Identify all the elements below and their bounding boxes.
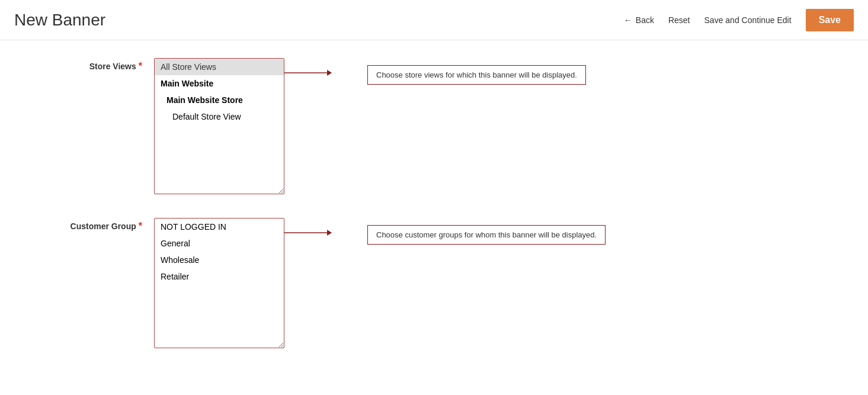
save-button[interactable]: Save — [806, 9, 854, 31]
header-actions: ← Back Reset Save and Continue Edit Save — [624, 9, 854, 31]
store-views-option-all[interactable]: All Store Views — [155, 59, 284, 75]
page-content: Store Views * All Store Views Main Websi… — [0, 40, 868, 395]
customer-group-row: Customer Group * NOT LOGGED IN General W… — [24, 218, 844, 348]
back-label: Back — [636, 15, 654, 25]
store-views-arrow-svg — [284, 64, 332, 82]
customer-group-label-text: Customer Group — [71, 221, 136, 231]
customer-group-control-wrap: NOT LOGGED IN General Wholesale Retailer… — [154, 218, 606, 348]
store-views-option-main-website[interactable]: Main Website — [155, 75, 284, 92]
customer-group-option-not-logged-in[interactable]: NOT LOGGED IN — [155, 219, 284, 235]
customer-group-tooltip-text: Choose customer groups for whom this ban… — [376, 230, 597, 239]
svg-marker-3 — [327, 230, 332, 236]
customer-group-tooltip-container: Choose customer groups for whom this ban… — [284, 223, 606, 245]
store-views-tooltip-container: Choose store views for which this banner… — [284, 63, 586, 85]
store-views-option-main-website-store[interactable]: Main Website Store — [155, 92, 284, 108]
page-title: New Banner — [14, 11, 624, 30]
store-views-tooltip: Choose store views for which this banner… — [367, 65, 586, 85]
store-views-label: Store Views * — [24, 58, 154, 71]
save-continue-button[interactable]: Save and Continue Edit — [704, 15, 792, 25]
customer-group-option-retailer[interactable]: Retailer — [155, 268, 284, 285]
page-header: New Banner ← Back Reset Save and Continu… — [0, 0, 868, 40]
customer-group-required: * — [139, 221, 142, 231]
store-views-control-wrap: All Store Views Main Website Main Websit… — [154, 58, 586, 194]
customer-group-arrow-svg — [284, 224, 332, 242]
store-views-select[interactable]: All Store Views Main Website Main Websit… — [154, 58, 284, 194]
store-views-row: Store Views * All Store Views Main Websi… — [24, 58, 844, 194]
customer-group-option-general[interactable]: General — [155, 235, 284, 252]
svg-marker-1 — [327, 70, 332, 76]
customer-group-select[interactable]: NOT LOGGED IN General Wholesale Retailer — [154, 218, 284, 348]
store-views-required: * — [139, 62, 142, 71]
store-views-label-text: Store Views — [89, 62, 136, 71]
customer-group-label: Customer Group * — [24, 218, 154, 231]
store-views-option-default[interactable]: Default Store View — [155, 108, 284, 125]
store-views-tooltip-text: Choose store views for which this banner… — [376, 70, 577, 79]
customer-group-tooltip: Choose customer groups for whom this ban… — [367, 225, 606, 245]
back-button[interactable]: ← Back — [624, 15, 654, 25]
reset-button[interactable]: Reset — [668, 15, 690, 25]
back-arrow-icon: ← — [624, 15, 632, 25]
customer-group-option-wholesale[interactable]: Wholesale — [155, 252, 284, 268]
